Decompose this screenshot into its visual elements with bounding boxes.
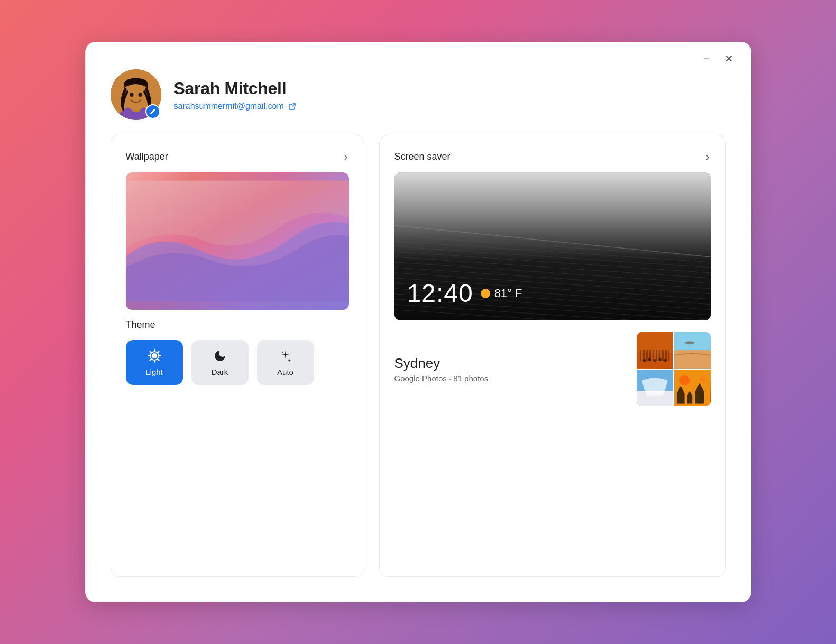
svg-point-38 bbox=[648, 358, 651, 361]
screensaver-chevron-button[interactable]: › bbox=[705, 150, 711, 163]
theme-label: Theme bbox=[126, 319, 349, 330]
temperature-text: 81° F bbox=[494, 287, 522, 300]
photo-grid-cell-2 bbox=[674, 332, 711, 369]
screensaver-bg: 12:40 81° F bbox=[394, 172, 711, 320]
album-source: Google Photos bbox=[394, 374, 447, 383]
auto-theme-icon bbox=[278, 348, 293, 363]
wallpaper-preview[interactable] bbox=[126, 172, 349, 310]
svg-line-17 bbox=[150, 360, 151, 361]
album-count: 81 photos bbox=[453, 374, 488, 383]
screensaver-card-title: Screen saver bbox=[394, 151, 451, 162]
svg-point-5 bbox=[138, 93, 142, 97]
svg-rect-49 bbox=[695, 392, 704, 404]
photo-grid[interactable] bbox=[637, 332, 711, 406]
svg-point-40 bbox=[658, 358, 662, 361]
svg-line-16 bbox=[158, 352, 159, 353]
svg-rect-47 bbox=[677, 393, 685, 404]
screensaver-time: 12:40 81° F bbox=[407, 279, 522, 308]
edit-avatar-button[interactable] bbox=[145, 104, 160, 119]
wallpaper-chevron-button[interactable]: › bbox=[343, 150, 349, 163]
wallpaper-card-title: Wallpaper bbox=[126, 151, 168, 162]
theme-dark-button[interactable]: Dark bbox=[191, 340, 249, 385]
svg-point-8 bbox=[152, 353, 157, 358]
svg-point-41 bbox=[663, 359, 666, 362]
album-subtitle: Google Photos · 81 photos bbox=[394, 374, 489, 383]
album-separator: · bbox=[449, 374, 453, 383]
svg-point-39 bbox=[653, 359, 656, 362]
svg-point-4 bbox=[130, 93, 133, 97]
svg-point-37 bbox=[642, 359, 646, 362]
theme-light-button[interactable]: Light bbox=[126, 340, 183, 385]
screensaver-time-text: 12:40 bbox=[407, 279, 473, 308]
user-email-text: sarahsummermit@gmail.com bbox=[174, 102, 284, 111]
close-button[interactable]: ✕ bbox=[721, 52, 737, 65]
theme-light-label: Light bbox=[145, 367, 163, 376]
screensaver-preview[interactable]: 12:40 81° F bbox=[394, 172, 711, 320]
sun-icon bbox=[481, 289, 490, 298]
profile-section: Sarah Mitchell sarahsummermit@gmail.com bbox=[111, 69, 726, 120]
theme-dark-label: Dark bbox=[212, 367, 228, 376]
album-title: Sydney bbox=[394, 355, 489, 372]
screensaver-bottom: Sydney Google Photos · 81 photos bbox=[394, 332, 711, 406]
cards-row: Wallpaper › bbox=[111, 135, 726, 577]
weather-badge: 81° F bbox=[481, 287, 522, 300]
photo-grid-cell-3 bbox=[637, 370, 673, 407]
svg-rect-43 bbox=[674, 350, 711, 368]
svg-line-6 bbox=[292, 104, 295, 106]
screensaver-card-header: Screen saver › bbox=[394, 150, 711, 163]
wallpaper-card: Wallpaper › bbox=[111, 135, 364, 577]
svg-point-51 bbox=[699, 375, 706, 383]
svg-point-3 bbox=[124, 83, 148, 111]
svg-line-15 bbox=[158, 360, 159, 361]
main-window: − ✕ bbox=[85, 42, 751, 602]
photo-grid-cell-1 bbox=[637, 332, 673, 369]
svg-rect-48 bbox=[687, 395, 692, 403]
user-email-link[interactable]: sarahsummermit@gmail.com bbox=[174, 102, 297, 111]
svg-point-50 bbox=[679, 375, 690, 385]
dark-theme-icon bbox=[213, 348, 227, 363]
wallpaper-card-header: Wallpaper › bbox=[126, 150, 349, 163]
profile-info: Sarah Mitchell sarahsummermit@gmail.com bbox=[174, 79, 297, 111]
minimize-button[interactable]: − bbox=[700, 52, 713, 65]
theme-options: Light Dark Auto bbox=[126, 340, 349, 385]
theme-auto-label: Auto bbox=[277, 367, 293, 376]
avatar-wrapper bbox=[111, 69, 161, 120]
external-link-icon bbox=[288, 102, 297, 111]
svg-rect-36 bbox=[637, 332, 673, 353]
svg-line-14 bbox=[150, 352, 151, 353]
screensaver-card: Screen saver › bbox=[379, 135, 726, 577]
light-theme-icon bbox=[147, 348, 162, 363]
user-name: Sarah Mitchell bbox=[174, 79, 297, 98]
title-bar: − ✕ bbox=[700, 52, 737, 65]
theme-auto-button[interactable]: Auto bbox=[257, 340, 314, 385]
screensaver-album-info: Sydney Google Photos · 81 photos bbox=[394, 355, 489, 383]
photo-grid-cell-4 bbox=[674, 370, 711, 407]
